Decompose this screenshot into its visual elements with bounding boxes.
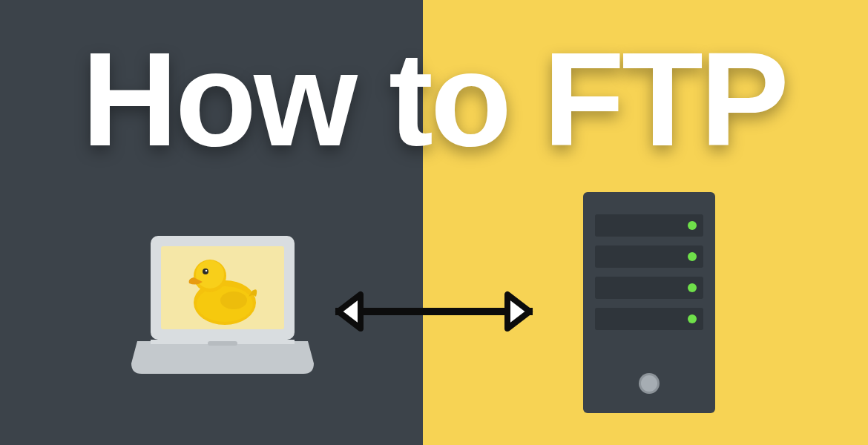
svg-point-8 [206, 270, 208, 272]
svg-rect-14 [595, 245, 703, 268]
svg-point-20 [688, 314, 697, 323]
svg-point-6 [196, 260, 224, 289]
svg-point-7 [203, 268, 208, 274]
svg-point-19 [688, 283, 697, 292]
svg-rect-16 [595, 308, 703, 330]
laptop-icon [130, 230, 315, 386]
svg-rect-15 [595, 277, 703, 299]
bidirectional-arrow-icon [312, 286, 556, 337]
main-title: How to FTP [0, 22, 868, 176]
svg-rect-13 [595, 214, 703, 237]
svg-point-4 [220, 291, 247, 309]
svg-rect-10 [208, 341, 237, 346]
svg-point-18 [688, 252, 697, 261]
svg-point-22 [641, 375, 657, 392]
svg-point-17 [688, 221, 697, 230]
server-rack-icon [579, 189, 720, 419]
